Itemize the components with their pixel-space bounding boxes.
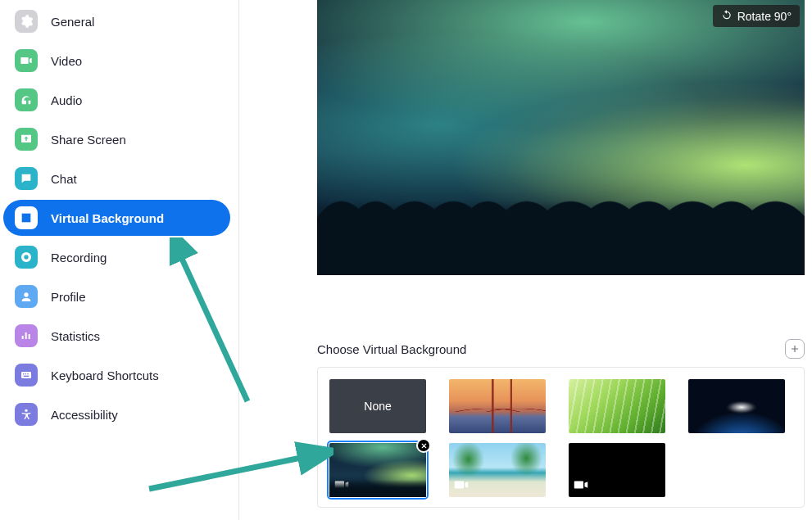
sidebar-item-keyboard-shortcuts[interactable]: Keyboard Shortcuts xyxy=(3,357,230,393)
background-thumbnails-panel: None xyxy=(317,367,805,508)
sidebar-item-label: Video xyxy=(51,54,82,68)
headphones-icon xyxy=(15,88,38,111)
sidebar-item-virtual-background[interactable]: Virtual Background xyxy=(3,200,230,236)
camera-icon xyxy=(574,479,588,494)
background-thumb-bridge[interactable] xyxy=(449,379,546,433)
accessibility-icon xyxy=(15,403,38,426)
close-icon xyxy=(420,442,428,450)
person-card-icon xyxy=(15,206,38,229)
rotate-90-button[interactable]: Rotate 90° xyxy=(713,5,800,27)
svg-rect-8 xyxy=(24,376,29,377)
sidebar-item-label: Virtual Background xyxy=(51,211,164,225)
sidebar-item-label: General xyxy=(51,15,94,29)
sidebar-item-label: Accessibility xyxy=(51,408,118,422)
sidebar-item-label: Audio xyxy=(51,93,82,107)
background-preview-image xyxy=(317,0,805,275)
sidebar-item-label: Recording xyxy=(51,251,107,265)
sidebar-item-recording[interactable]: Recording xyxy=(3,239,230,275)
plus-icon xyxy=(789,343,801,355)
svg-rect-6 xyxy=(25,373,26,374)
thumb-row xyxy=(329,443,792,497)
background-thumb-aurora[interactable] xyxy=(329,443,426,497)
background-thumb-beach[interactable] xyxy=(449,443,546,497)
sidebar-item-share-screen[interactable]: Share Screen xyxy=(3,121,230,157)
add-background-button[interactable] xyxy=(785,339,805,359)
video-icon xyxy=(15,49,38,72)
background-thumb-none-label: None xyxy=(364,400,391,413)
svg-rect-7 xyxy=(27,373,28,374)
svg-rect-5 xyxy=(23,373,24,374)
camera-icon xyxy=(454,479,469,494)
sidebar-item-label: Keyboard Shortcuts xyxy=(51,369,159,382)
svg-rect-4 xyxy=(21,372,31,378)
background-thumb-none[interactable]: None xyxy=(329,379,426,433)
choose-background-title: Choose Virtual Background xyxy=(317,342,466,356)
sidebar-item-chat[interactable]: Chat xyxy=(3,161,230,197)
sidebar-item-audio[interactable]: Audio xyxy=(3,82,230,118)
svg-point-2 xyxy=(24,255,28,259)
camera-icon xyxy=(334,479,349,494)
rotate-90-label: Rotate 90° xyxy=(737,10,792,23)
svg-point-9 xyxy=(25,409,27,412)
gear-icon xyxy=(15,10,38,33)
settings-sidebar: General Video Audio Share Screen Chat xyxy=(0,0,239,520)
share-screen-icon xyxy=(15,128,38,151)
profile-icon xyxy=(15,285,38,308)
thumb-row: None xyxy=(329,379,792,433)
settings-window: General Video Audio Share Screen Chat xyxy=(0,0,812,520)
sidebar-item-label: Profile xyxy=(51,290,86,304)
sidebar-item-label: Chat xyxy=(51,172,77,186)
background-thumb-earth[interactable] xyxy=(688,379,785,433)
chat-icon xyxy=(15,167,38,190)
choose-background-header: Choose Virtual Background xyxy=(317,339,805,359)
sidebar-item-video[interactable]: Video xyxy=(3,43,230,79)
sidebar-item-label: Statistics xyxy=(51,329,100,343)
sidebar-item-statistics[interactable]: Statistics xyxy=(3,318,230,354)
svg-point-0 xyxy=(25,215,28,219)
sidebar-item-label: Share Screen xyxy=(51,133,126,147)
sidebar-item-profile[interactable]: Profile xyxy=(3,278,230,314)
sidebar-item-general[interactable]: General xyxy=(3,3,230,39)
virtual-background-panel: Rotate 90° Choose Virtual Background Non… xyxy=(239,0,812,520)
statistics-icon xyxy=(15,324,38,347)
keyboard-icon xyxy=(15,364,38,387)
sidebar-item-accessibility[interactable]: Accessibility xyxy=(3,396,230,432)
background-preview: Rotate 90° xyxy=(317,0,805,275)
svg-point-3 xyxy=(24,292,28,296)
remove-background-button[interactable] xyxy=(416,438,431,453)
rotate-icon xyxy=(721,9,733,23)
record-icon xyxy=(15,246,38,269)
background-thumb-grass[interactable] xyxy=(569,379,665,433)
background-thumb-black[interactable] xyxy=(569,443,665,497)
